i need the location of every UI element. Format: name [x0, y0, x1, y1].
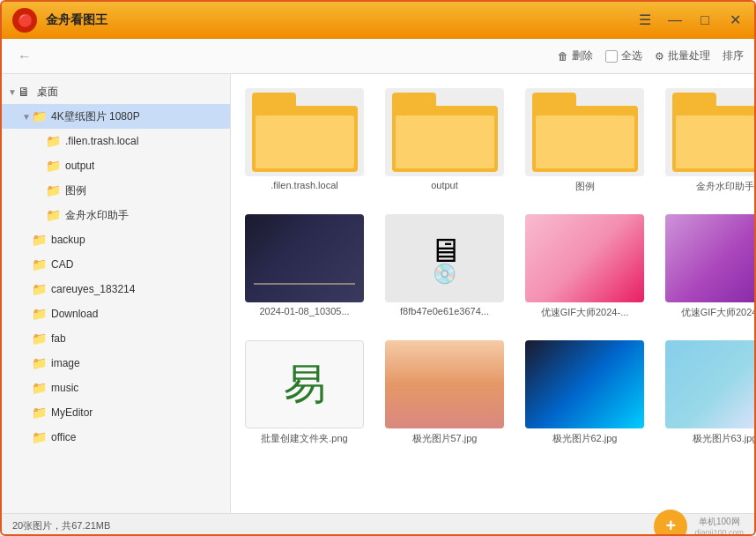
folder-icon-download: 📁 — [32, 307, 48, 321]
sidebar-item-tuli[interactable]: 📁 图例 — [2, 178, 230, 203]
image-label-fairy: 极光图片63.jpg — [693, 432, 755, 445]
image-thumb-cyber — [525, 340, 644, 428]
folder-icon-cad: 📁 — [32, 257, 48, 272]
sidebar-item-4k[interactable]: ▼ 📁 4K壁纸图片 1080P — [2, 104, 230, 129]
logo-icon: 🔴 — [18, 13, 33, 27]
back-button[interactable]: ← — [12, 44, 37, 69]
image-grid: .filen.trash.local output — [240, 83, 745, 450]
image-label-portrait: 极光图片57.jpg — [412, 432, 478, 445]
delete-icon: 🗑 — [558, 50, 568, 63]
grid-item-folder-tuli[interactable]: 图例 — [520, 83, 649, 198]
minimize-button[interactable]: — — [666, 11, 684, 29]
expand-arrow: ▼ — [7, 87, 18, 97]
folder-label-trash: .filen.trash.local — [271, 180, 337, 190]
grid-item-folder-output[interactable]: output — [380, 83, 509, 198]
titlebar: 🔴 金舟看图王 ☰ — □ ✕ — [2, 2, 754, 39]
add-button[interactable]: + — [654, 510, 687, 537]
folder-icon-careuyes: 📁 — [32, 282, 48, 296]
image-thumb-pink — [525, 214, 644, 302]
image-label-pink: 优速GIF大师2024-... — [541, 306, 629, 319]
image-thumb-fairy — [665, 340, 754, 428]
delete-button[interactable]: 🗑 删除 — [558, 48, 593, 63]
sidebar-item-myeditor[interactable]: 📁 MyEditor — [2, 400, 230, 425]
grid-item-purple[interactable]: 优速GIF大师2024-... — [660, 209, 754, 324]
close-button[interactable]: ✕ — [726, 11, 744, 29]
folder-icon-myeditor: 📁 — [32, 406, 48, 420]
statusbar: 20张图片，共67.21MB + 单机100网 dianji100.com — [2, 513, 754, 536]
select-all-button[interactable]: 全选 — [605, 48, 642, 63]
batch-icon: ⚙ — [655, 50, 664, 63]
folder-icon-office: 📁 — [32, 430, 48, 444]
image-label-purple: 优速GIF大师2024-... — [681, 306, 754, 319]
app-title: 金舟看图王 — [46, 12, 636, 28]
grid-item-portrait[interactable]: 极光图片57.jpg — [380, 335, 509, 450]
folder-icon-fab: 📁 — [32, 331, 48, 346]
image-label-yi: 批量创建文件夹.png — [261, 432, 347, 445]
status-info: 20张图片，共67.21MB — [12, 519, 110, 532]
image-thumb-purple — [665, 214, 754, 302]
batch-button[interactable]: ⚙ 批量处理 — [655, 48, 710, 63]
folder-icon-4k: 📁 — [32, 109, 48, 123]
menu-button[interactable]: ☰ — [636, 11, 654, 29]
brand-url: dianji100.com — [694, 528, 744, 537]
toolbar-actions: 🗑 删除 全选 ⚙ 批量处理 排序 — [558, 48, 744, 63]
grid-item-folder-trash[interactable]: .filen.trash.local — [240, 83, 369, 198]
folder-label-tuli: 图例 — [575, 180, 595, 193]
folder-thumb-output — [385, 88, 504, 176]
app-logo: 🔴 — [12, 8, 37, 33]
maximize-button[interactable]: □ — [696, 11, 714, 29]
brand-logo: 单机100网 dianji100.com — [694, 516, 744, 537]
grid-item-install[interactable]: 🖥 💿 f8fb47e0e61e3674... — [380, 209, 509, 324]
select-all-checkbox[interactable] — [605, 50, 618, 63]
brand-area: + 单机100网 dianji100.com — [654, 510, 744, 537]
folder-thumb-trash — [245, 88, 364, 176]
toolbar: ← 🗑 删除 全选 ⚙ 批量处理 排序 — [2, 39, 754, 74]
brand-name: 单机100网 — [699, 516, 740, 528]
folder-icon-trash: 📁 — [46, 134, 62, 148]
image-label-install: f8fb47e0e61e3674... — [400, 306, 489, 316]
sidebar-item-careuyes[interactable]: 📁 careuyes_183214 — [2, 277, 230, 302]
sidebar-item-jinzhou[interactable]: 📁 金舟水印助手 — [2, 203, 230, 227]
folder-thumb-jinzhou — [665, 88, 754, 176]
window-controls: ☰ — □ ✕ — [636, 11, 744, 29]
grid-item-cyber[interactable]: 极光图片62.jpg — [520, 335, 649, 450]
sidebar-item-office[interactable]: 📁 office — [2, 425, 230, 450]
yi-character: 易 — [284, 356, 326, 413]
folder-icon-backup: 📁 — [32, 233, 48, 247]
grid-item-pink[interactable]: 优速GIF大师2024-... — [520, 209, 649, 324]
folder-icon-image: 📁 — [32, 356, 48, 370]
sidebar-item-download[interactable]: 📁 Download — [2, 302, 230, 326]
image-thumb-install: 🖥 💿 — [385, 214, 504, 302]
image-thumb-portrait — [385, 340, 504, 428]
sidebar-item-fab[interactable]: 📁 fab — [2, 326, 230, 351]
image-label-dark: 2024-01-08_10305... — [259, 306, 349, 316]
grid-item-fairy[interactable]: 极光图片63.jpg — [660, 335, 754, 450]
folder-icon-jinzhou: 📁 — [46, 208, 62, 222]
image-label-cyber: 极光图片62.jpg — [552, 432, 618, 445]
sidebar-item-cad[interactable]: 📁 CAD — [2, 252, 230, 277]
sort-button[interactable]: 排序 — [723, 48, 744, 63]
image-thumb-yi: 易 — [245, 340, 364, 428]
sidebar-item-image[interactable]: 📁 image — [2, 351, 230, 376]
desktop-icon: 🖥 — [18, 85, 33, 99]
folder-thumb-tuli — [525, 88, 644, 176]
folder-icon-output: 📁 — [46, 159, 62, 173]
main-layout: ▼ 🖥 桌面 ▼ 📁 4K壁纸图片 1080P 📁 .filen.trash.l… — [2, 74, 754, 513]
sidebar-item-output[interactable]: 📁 output — [2, 153, 230, 178]
install-icon: 🖥 💿 — [428, 232, 462, 286]
grid-item-folder-jinzhou[interactable]: 金舟水印助手 — [660, 83, 754, 198]
folder-icon-tuli: 📁 — [46, 183, 62, 197]
sidebar-item-desktop[interactable]: ▼ 🖥 桌面 — [2, 79, 230, 104]
content-area: .filen.trash.local output — [231, 74, 754, 513]
expand-arrow-4k: ▼ — [21, 112, 32, 122]
image-thumb-dark — [245, 214, 364, 302]
sidebar: ▼ 🖥 桌面 ▼ 📁 4K壁纸图片 1080P 📁 .filen.trash.l… — [2, 74, 231, 513]
folder-label-output: output — [431, 180, 458, 190]
folder-icon-music: 📁 — [32, 381, 48, 395]
grid-item-dark[interactable]: 2024-01-08_10305... — [240, 209, 369, 324]
sidebar-item-music[interactable]: 📁 music — [2, 376, 230, 400]
sidebar-item-backup[interactable]: 📁 backup — [2, 227, 230, 252]
grid-item-yi[interactable]: 易 批量创建文件夹.png — [240, 335, 369, 450]
sidebar-item-trash[interactable]: 📁 .filen.trash.local — [2, 129, 230, 153]
folder-label-jinzhou: 金舟水印助手 — [696, 180, 754, 193]
